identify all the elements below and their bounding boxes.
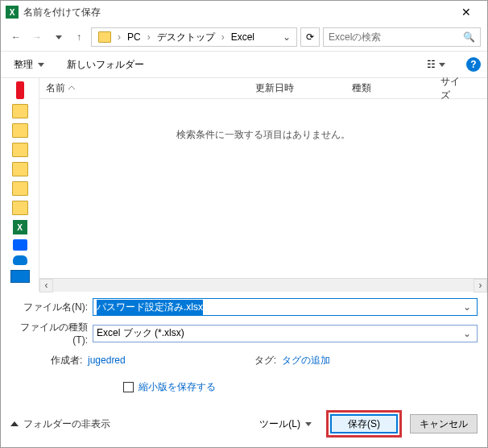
dialog-footer: フォルダーの非表示 ツール(L) 保存(S) キャンセル xyxy=(1,404,487,447)
recent-locations-button[interactable] xyxy=(49,28,67,46)
empty-list-message: 検索条件に一致する項目はありません。 xyxy=(39,128,487,142)
toolbar: 整理 新しいフォルダー ☷ ? xyxy=(1,51,487,78)
scrollbar-track[interactable] xyxy=(53,279,474,292)
save-thumbnail-label[interactable]: 縮小版を保存する xyxy=(139,380,216,394)
save-form: ファイル名(N): パスワード設定済み.xlsx ⌄ ファイルの種類(T): E… xyxy=(1,292,487,404)
tag-add-link[interactable]: タグの追加 xyxy=(282,355,330,366)
this-pc-icon[interactable] xyxy=(10,270,30,283)
up-button[interactable]: ↑ xyxy=(70,28,88,46)
filetype-value: Excel ブック (*.xlsx) xyxy=(97,326,184,340)
folder-icon xyxy=(98,31,111,43)
excel-file-icon[interactable]: X xyxy=(13,220,27,234)
dropdown-icon[interactable]: ⌄ xyxy=(461,328,474,339)
breadcrumb-separator: › xyxy=(116,31,122,43)
column-header-name[interactable]: 名前 xyxy=(39,78,249,98)
breadcrumb-pc[interactable]: PC xyxy=(124,30,144,44)
column-header-type[interactable]: 種類 xyxy=(345,78,434,98)
excel-app-icon: X xyxy=(6,6,19,19)
onedrive-icon[interactable] xyxy=(13,255,27,265)
dropdown-icon xyxy=(439,63,445,67)
tools-label: ツール(L) xyxy=(259,417,300,431)
navigation-pane[interactable]: X xyxy=(1,78,39,292)
refresh-button[interactable]: ⟳ xyxy=(300,27,320,47)
new-folder-label: 新しいフォルダー xyxy=(67,58,144,72)
hide-folders-label: フォルダーの非表示 xyxy=(23,417,110,431)
column-label: 名前 xyxy=(46,81,65,95)
navigation-bar: ← → ↑ › PC › デスクトップ › Excel ⌄ ⟳ 🔍 xyxy=(1,23,487,51)
folder-icon[interactable] xyxy=(12,201,28,215)
folder-icon[interactable] xyxy=(12,162,28,176)
cancel-button[interactable]: キャンセル xyxy=(410,414,478,433)
dropdown-icon[interactable]: ⌄ xyxy=(461,301,474,313)
chevron-up-icon xyxy=(10,421,19,426)
save-thumbnail-checkbox[interactable] xyxy=(123,382,134,392)
quick-access-icon[interactable] xyxy=(16,81,24,99)
address-bar[interactable]: › PC › デスクトップ › Excel ⌄ xyxy=(91,27,297,47)
sort-indicator-icon xyxy=(68,85,75,92)
file-list-pane: 名前 更新日時 種類 サイズ 検索条件に一致する項目はありません。 ‹ › xyxy=(39,78,487,292)
dropdown-icon xyxy=(305,422,312,426)
search-input[interactable] xyxy=(329,31,463,43)
filename-label: ファイル名(N): xyxy=(10,301,88,314)
forward-button: → xyxy=(28,28,46,46)
folder-icon[interactable] xyxy=(12,123,28,138)
filetype-label: ファイルの種類(T): xyxy=(10,321,88,346)
breadcrumb-desktop[interactable]: デスクトップ xyxy=(154,29,218,46)
search-icon[interactable]: 🔍 xyxy=(463,31,475,43)
view-icon: ☷ xyxy=(427,59,436,70)
dropbox-icon[interactable] xyxy=(13,239,27,251)
hide-folders-toggle[interactable]: フォルダーの非表示 xyxy=(10,417,110,431)
organize-button[interactable]: 整理 xyxy=(7,55,51,75)
tools-button[interactable]: ツール(L) xyxy=(253,414,318,434)
folder-icon[interactable] xyxy=(12,143,28,157)
organize-label: 整理 xyxy=(14,58,33,72)
filename-combobox[interactable]: パスワード設定済み.xlsx ⌄ xyxy=(93,298,478,316)
new-folder-button[interactable]: 新しいフォルダー xyxy=(60,55,151,75)
title-bar: X 名前を付けて保存 ✕ xyxy=(1,1,487,23)
tag-label: タグ: xyxy=(254,355,276,366)
filetype-combobox[interactable]: Excel ブック (*.xlsx) ⌄ xyxy=(93,325,478,342)
save-button[interactable]: 保存(S) xyxy=(330,414,398,433)
breadcrumb-excel[interactable]: Excel xyxy=(228,30,258,44)
folder-icon[interactable] xyxy=(12,104,28,118)
horizontal-scrollbar[interactable]: ‹ › xyxy=(39,278,487,292)
close-button[interactable]: ✕ xyxy=(450,1,482,23)
scroll-left-icon[interactable]: ‹ xyxy=(39,279,53,292)
filename-input[interactable]: パスワード設定済み.xlsx xyxy=(97,300,203,315)
folder-icon[interactable] xyxy=(12,181,28,196)
search-box[interactable]: 🔍 xyxy=(323,27,481,47)
help-button[interactable]: ? xyxy=(466,57,481,72)
address-dropdown-icon[interactable]: ⌄ xyxy=(280,31,293,43)
back-button[interactable]: ← xyxy=(7,28,25,46)
column-header-date[interactable]: 更新日時 xyxy=(249,78,345,98)
author-label: 作成者: xyxy=(51,355,82,366)
file-list[interactable]: 検索条件に一致する項目はありません。 xyxy=(39,99,487,278)
content-area: X 名前 更新日時 種類 サイズ 検索条件に一致する項目はありません。 ‹ › xyxy=(1,78,487,292)
breadcrumb-separator: › xyxy=(220,31,226,43)
column-headers: 名前 更新日時 種類 サイズ xyxy=(39,78,487,99)
breadcrumb-separator: › xyxy=(146,31,152,43)
dropdown-icon xyxy=(38,63,44,67)
save-button-highlight: 保存(S) xyxy=(326,410,402,438)
column-header-size[interactable]: サイズ xyxy=(434,78,469,98)
view-options-button[interactable]: ☷ xyxy=(421,55,450,74)
window-title: 名前を付けて保存 xyxy=(23,6,450,19)
scroll-right-icon[interactable]: › xyxy=(474,279,487,292)
author-value[interactable]: jugedred xyxy=(88,355,126,366)
